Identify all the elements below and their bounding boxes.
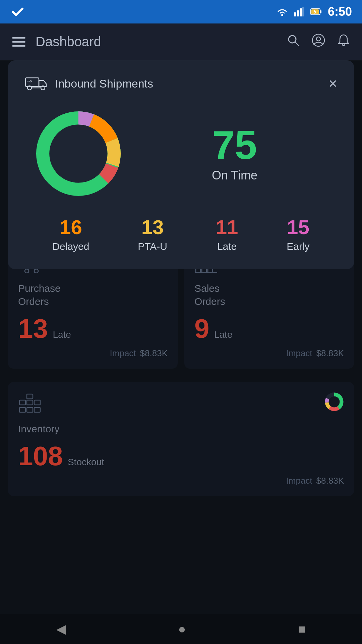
svg-rect-39 [27,400,33,405]
modal-title: Inbound Shipments [55,77,153,90]
svg-rect-43 [34,408,40,412]
chart-section: 75 On Time [25,107,337,201]
sales-orders-impact-value: $8.83K [316,348,344,359]
svg-rect-15 [25,78,39,87]
search-icon[interactable] [287,34,300,50]
purchase-orders-count-row: 13 Late [18,315,168,342]
inventory-title: Inventory [18,422,344,435]
on-time-stat: 75 On Time [125,125,330,182]
inbound-shipments-modal: Inbound Shipments × [8,60,354,269]
svg-rect-3 [300,8,302,16]
early-stat: 15 Early [287,217,309,252]
truck-icon [25,74,48,93]
purchase-orders-count-label: Late [53,329,71,340]
modal-header-left: Inbound Shipments [25,74,153,93]
close-button[interactable]: × [328,76,337,91]
main-content: Inbound Shipments × [0,60,362,503]
sales-orders-impact: Impact $8.83K [194,348,344,359]
bottom-nav: ◀ ● ■ [0,614,362,644]
svg-rect-42 [27,408,33,412]
sales-orders-count: 9 [194,314,209,343]
late-stat: 11 Late [216,217,238,252]
svg-line-12 [295,42,299,46]
app-logo-icon [10,4,25,19]
ptau-count: 13 [141,217,164,237]
nav-right [287,34,350,50]
delayed-label: Delayed [52,241,89,252]
svg-rect-37 [27,394,33,399]
purchase-orders-impact-label: Impact [110,348,136,359]
svg-point-25 [25,269,29,273]
status-bar: 6:50 [0,0,362,23]
svg-point-14 [316,37,320,41]
profile-icon[interactable] [312,34,325,50]
delayed-stat: 16 Delayed [52,217,89,252]
on-time-count: 75 [212,125,257,165]
svg-rect-40 [34,400,40,405]
purchase-orders-impact: Impact $8.83K [18,348,168,359]
nav-bar: Dashboard [0,23,362,60]
ptau-label: PTA-U [138,241,167,252]
donut-chart [32,107,125,201]
sales-orders-count-row: 9 Late [194,315,344,342]
sales-orders-impact-label: Impact [286,348,312,359]
early-label: Early [287,241,309,252]
inventory-count-label: Stockout [68,457,104,467]
early-count: 15 [287,217,309,237]
status-time: 6:50 [328,5,352,19]
svg-point-26 [34,269,38,273]
purchase-orders-count: 13 [18,314,48,343]
svg-rect-38 [19,400,25,405]
purchase-orders-title: Purchase Orders [18,282,168,308]
late-count: 11 [216,217,238,237]
hamburger-menu-button[interactable] [12,37,25,47]
nav-left: Dashboard [12,34,101,49]
inventory-mini-chart [322,390,346,414]
inventory-icon [18,393,344,418]
sales-orders-count-label: Late [214,329,233,340]
svg-rect-1 [294,12,296,16]
bell-icon[interactable] [337,34,350,50]
home-button[interactable]: ● [178,622,186,636]
signal-icon [294,7,304,16]
svg-rect-4 [302,7,304,16]
inventory-count-row: 108 Stockout [18,443,344,470]
late-label: Late [217,241,237,252]
stats-row: 16 Delayed 13 PTA-U 11 Late 15 Early [25,217,337,252]
svg-point-36 [329,396,340,407]
inventory-impact-label: Impact [286,476,312,486]
svg-point-0 [281,14,283,16]
modal-header: Inbound Shipments × [25,74,337,93]
delayed-count: 16 [60,217,82,237]
inventory-card[interactable]: Inventory 108 Stockout Impact $8.83K [8,382,354,496]
back-button[interactable]: ◀ [56,622,66,636]
svg-rect-41 [19,408,25,412]
purchase-orders-impact-value: $8.83K [140,348,168,359]
inventory-impact: Impact $8.83K [18,476,344,486]
inventory-impact-value: $8.83K [316,476,344,486]
status-bar-right: 6:50 [276,5,352,19]
battery-icon [310,8,322,15]
ptau-stat: 13 PTA-U [138,217,167,252]
svg-rect-2 [297,10,299,16]
wifi-icon [276,7,288,16]
on-time-label: On Time [212,168,257,182]
page-title: Dashboard [36,34,101,49]
recents-button[interactable]: ■ [298,622,306,636]
inventory-count: 108 [18,441,63,471]
sales-orders-title: Sales Orders [194,282,344,308]
svg-rect-6 [320,10,321,13]
status-bar-left [10,4,25,19]
